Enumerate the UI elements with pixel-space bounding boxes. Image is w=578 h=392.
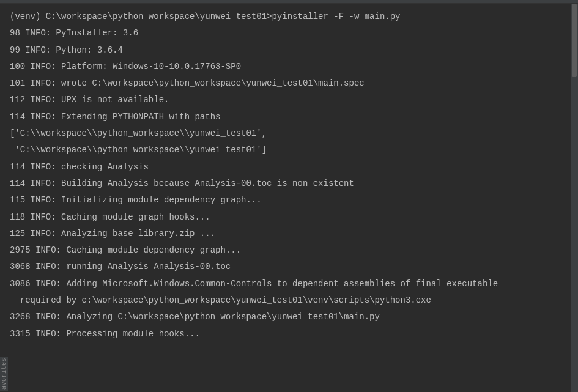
terminal-line: 114 INFO: checking Analysis (10, 159, 568, 176)
terminal-line: 99 INFO: Python: 3.6.4 (10, 42, 568, 59)
terminal-line: 3315 INFO: Processing module hooks... (10, 326, 568, 342)
terminal-output[interactable]: (venv) C:\workspace\python_workspace\yun… (0, 4, 578, 347)
terminal-line: 'C:\\workspace\\python_workspace\\yunwei… (10, 142, 568, 158)
terminal-line: 100 INFO: Platform: Windows-10-10.0.1776… (10, 59, 568, 75)
terminal-line: 115 INFO: Initializing module dependency… (10, 192, 568, 209)
terminal-line: 2975 INFO: Caching module dependency gra… (10, 242, 568, 259)
terminal-line: (venv) C:\workspace\python_workspace\yun… (10, 9, 568, 25)
terminal-line: required by c:\workspace\python_workspac… (10, 292, 568, 309)
terminal-line: 114 INFO: Building Analysis because Anal… (10, 176, 568, 192)
terminal-line: ['C:\\workspace\\python_workspace\\yunwe… (10, 125, 568, 142)
terminal-line: 98 INFO: PyInstaller: 3.6 (10, 25, 568, 42)
terminal-line: 125 INFO: Analyzing base_library.zip ... (10, 226, 568, 242)
terminal-line: 3068 INFO: running Analysis Analysis-00.… (10, 259, 568, 275)
terminal-line: 101 INFO: wrote C:\workspace\python_work… (10, 75, 568, 92)
terminal-line: 3268 INFO: Analyzing C:\workspace\python… (10, 309, 568, 325)
terminal-line: 3086 INFO: Adding Microsoft.Windows.Comm… (10, 276, 568, 292)
vertical-scrollbar[interactable] (571, 4, 578, 392)
terminal-line: 118 INFO: Caching module graph hooks... (10, 209, 568, 226)
favorites-tab[interactable]: avorites (0, 357, 8, 391)
scrollbar-thumb[interactable] (572, 4, 577, 77)
terminal-line: 114 INFO: Extending PYTHONPATH with path… (10, 109, 568, 125)
terminal-line: 112 INFO: UPX is not available. (10, 92, 568, 108)
